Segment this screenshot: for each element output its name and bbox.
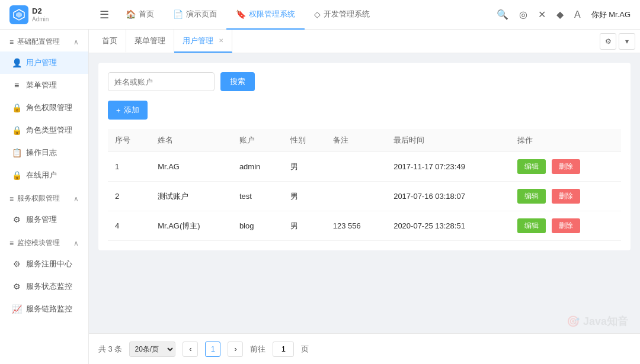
col-header-account: 账户	[232, 129, 283, 152]
pagination-bar: 共 3 条 20条/页 50条/页 100条/页 ‹ 1 › 前往 页	[89, 333, 640, 364]
goto-suffix: 页	[301, 344, 309, 355]
add-button[interactable]: + 添加	[108, 101, 148, 120]
sidebar-item-menu-mgmt[interactable]: ≡ 菜单管理	[0, 74, 88, 96]
search-button[interactable]: 搜索	[220, 72, 255, 91]
logo-text: D2 Admin	[32, 7, 49, 22]
cell-id: 2	[108, 182, 151, 211]
trace-icon: 📈	[12, 304, 21, 314]
close-icon[interactable]: ✕	[538, 9, 546, 20]
prev-page-button[interactable]: ‹	[183, 342, 198, 357]
logo-icon	[9, 5, 28, 24]
user-icon: 👤	[12, 58, 21, 67]
nav-tabs: 🏠 首页 📄 演示页面 🔖 权限管理系统 ◇ 开发管理系统	[116, 0, 497, 30]
sidebar-group-basic[interactable]: ≡ 基础配置管理 ∧	[0, 30, 88, 51]
search-bar: 搜索	[108, 72, 621, 91]
nav-tab-dev[interactable]: ◇ 开发管理系统	[305, 0, 379, 30]
tab-dropdown-button[interactable]: ▾	[619, 33, 635, 50]
nav-tab-home[interactable]: 🏠 首页	[116, 0, 164, 30]
cell-remark	[326, 152, 386, 182]
cell-gender: 男	[283, 182, 326, 211]
sidebar-item-online-user[interactable]: 🔒 在线用户	[0, 164, 88, 186]
cell-account: test	[232, 182, 283, 211]
diamond-icon[interactable]: ◆	[556, 9, 564, 20]
sidebar-item-operation-log[interactable]: 📋 操作日志	[0, 141, 88, 164]
sidebar-item-user-mgmt[interactable]: 👤 用户管理	[0, 51, 88, 74]
list2-icon: ≡	[9, 195, 14, 203]
main-layout: ≡ 基础配置管理 ∧ 👤 用户管理 ≡ 菜单管理 🔒 角色权限管理 🔒 角色类型…	[0, 30, 640, 364]
cell-lasttime: 2017-07-16 03:18:07	[386, 182, 510, 211]
next-page-button[interactable]: ›	[228, 342, 243, 357]
page-size-select[interactable]: 20条/页 50条/页 100条/页	[129, 342, 175, 357]
logo-area: D2 Admin	[9, 5, 92, 24]
tab-settings-button[interactable]: ⚙	[600, 33, 616, 50]
cell-id: 4	[108, 211, 151, 241]
chevron-up-icon: ∧	[73, 38, 79, 46]
dev-icon: ◇	[314, 9, 321, 19]
col-header-lasttime: 最后时间	[386, 129, 510, 152]
home-icon: 🏠	[126, 9, 136, 19]
page-tabs-right: ⚙ ▾	[600, 33, 635, 50]
delete-button[interactable]: 删除	[552, 159, 580, 174]
sidebar-item-service-mgmt[interactable]: ⚙ 服务管理	[0, 208, 88, 231]
edit-button[interactable]: 编辑	[517, 159, 546, 174]
menu-icon: ≡	[12, 80, 21, 90]
page-content: 搜索 + 添加 序号 姓名 账户 性别 备注	[89, 53, 640, 333]
sidebar: ≡ 基础配置管理 ∧ 👤 用户管理 ≡ 菜单管理 🔒 角色权限管理 🔒 角色类型…	[0, 30, 89, 364]
user-greeting[interactable]: 你好 Mr.AG	[591, 9, 631, 20]
cell-id: 1	[108, 152, 151, 182]
table-row: 2 测试账户 test 男 2017-07-16 03:18:07 编辑 删除	[108, 182, 621, 211]
search-icon[interactable]: 🔍	[497, 9, 508, 20]
goto-page-input[interactable]	[273, 342, 294, 357]
chevron-up2-icon: ∧	[73, 195, 79, 203]
list3-icon: ≡	[9, 239, 14, 247]
col-header-remark: 备注	[326, 129, 386, 152]
cell-gender: 男	[283, 152, 326, 182]
cell-action: 编辑 删除	[510, 152, 621, 182]
content-area: 首页 菜单管理 用户管理 ✕ ⚙ ▾ 搜索	[89, 30, 640, 364]
sidebar-item-role-permission[interactable]: 🔒 角色权限管理	[0, 96, 88, 119]
nav-tab-demo[interactable]: 📄 演示页面	[164, 0, 226, 30]
delete-button[interactable]: 删除	[552, 189, 580, 204]
service-icon: ⚙	[12, 215, 21, 224]
sidebar-item-service-trace[interactable]: 📈 服务链路监控	[0, 298, 88, 320]
lock-icon: 🔒	[12, 103, 21, 112]
table-row: 4 Mr.AG(博主) blog 男 123 556 2020-07-25 13…	[108, 211, 621, 241]
online-icon: 🔒	[12, 170, 21, 180]
sidebar-item-role-type[interactable]: 🔒 角色类型管理	[0, 119, 88, 141]
total-count: 共 3 条	[98, 344, 122, 355]
status-icon: ⚙	[12, 282, 21, 291]
edit-button[interactable]: 编辑	[517, 218, 546, 233]
sidebar-item-service-status[interactable]: ⚙ 服务状态监控	[0, 275, 88, 298]
nav-right: 🔍 ◎ ✕ ◆ A 你好 Mr.AG	[497, 9, 631, 20]
cell-action: 编辑 删除	[510, 182, 621, 211]
font-icon[interactable]: A	[574, 9, 581, 20]
cell-account: admin	[232, 152, 283, 182]
cell-lasttime: 2020-07-25 13:28:51	[386, 211, 510, 241]
search-input[interactable]	[108, 72, 215, 91]
target-icon[interactable]: ◎	[519, 9, 527, 20]
cell-action: 编辑 删除	[510, 211, 621, 241]
sidebar-item-service-registry[interactable]: ⚙ 服务注册中心	[0, 253, 88, 275]
sidebar-group-monitor[interactable]: ≡ 监控模块管理 ∧	[0, 231, 88, 253]
hamburger-button[interactable]: ☰	[92, 4, 116, 26]
cell-name: Mr.AG(博主)	[151, 211, 232, 241]
page-tab-home[interactable]: 首页	[94, 30, 126, 53]
list-icon: ≡	[9, 38, 14, 46]
edit-button[interactable]: 编辑	[517, 189, 546, 204]
sidebar-group-service-perm[interactable]: ≡ 服务权限管理 ∧	[0, 186, 88, 208]
close-tab-user[interactable]: ✕	[219, 37, 223, 44]
auth-icon: 🔖	[236, 9, 246, 19]
col-header-action: 操作	[510, 129, 621, 152]
cell-name: Mr.AG	[151, 152, 232, 182]
content-card: 搜索 + 添加 序号 姓名 账户 性别 备注	[98, 63, 631, 250]
nav-tab-auth[interactable]: 🔖 权限管理系统	[226, 0, 305, 30]
svg-marker-1	[16, 12, 22, 18]
data-table: 序号 姓名 账户 性别 备注 最后时间 操作 1 Mr.AG admin 男 2…	[108, 129, 621, 241]
page-tab-menu[interactable]: 菜单管理	[126, 30, 174, 53]
page-tabs-bar: 首页 菜单管理 用户管理 ✕ ⚙ ▾	[89, 30, 640, 53]
cell-gender: 男	[283, 211, 326, 241]
delete-button[interactable]: 删除	[552, 218, 580, 233]
table-body: 1 Mr.AG admin 男 2017-11-17 07:23:49 编辑 删…	[108, 152, 621, 241]
current-page-number[interactable]: 1	[205, 342, 220, 357]
page-tab-user[interactable]: 用户管理 ✕	[174, 30, 232, 53]
